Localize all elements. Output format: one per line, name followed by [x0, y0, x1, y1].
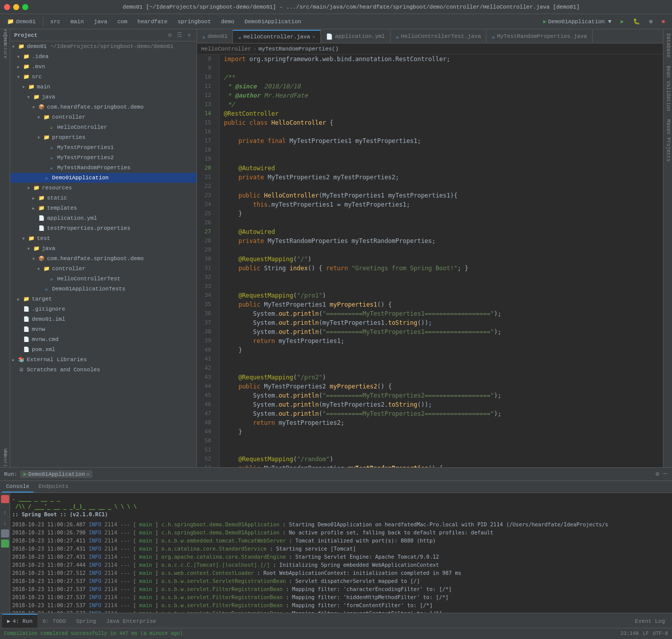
- collapse-tool-icon[interactable]: —: [662, 469, 668, 479]
- run-config-selector[interactable]: ▶ Demo01Application ▼: [540, 17, 614, 26]
- tree-item-idea[interactable]: ▼ 📁 .idea: [10, 52, 197, 62]
- minimize-button[interactable]: [13, 4, 19, 10]
- settings-icon[interactable]: ☰: [175, 31, 184, 39]
- toolbar-main[interactable]: main: [67, 18, 86, 26]
- scroll-up-icon[interactable]: ↑: [1, 509, 9, 517]
- tree-item-main[interactable]: ▼ 📁 main: [10, 82, 197, 92]
- toolbar-springboot[interactable]: springboot: [174, 18, 214, 26]
- tab-run[interactable]: ▶ 4: Run: [2, 614, 37, 628]
- folder-icon: 📁: [7, 18, 14, 25]
- tree-item-test-controller[interactable]: ▼ 📁 controller: [10, 264, 197, 274]
- tab-application-yml[interactable]: 📄 application.yml: [321, 30, 391, 43]
- tree-item-hellocontrollertest[interactable]: ☕ HelloControllerTest: [10, 274, 197, 284]
- tree-item-hellocontroller[interactable]: ☕ HelloController: [10, 122, 197, 132]
- right-sidebar-maven[interactable]: Maven Projects: [663, 115, 672, 166]
- code-line: public HelloController(MyTestProperties1…: [224, 191, 659, 200]
- tree-item-package[interactable]: ▼ 📦 com.heardfate.springboot.demo: [10, 102, 197, 112]
- sidebar-icon-favorites[interactable]: Favorites: [1, 458, 10, 467]
- console-output[interactable]: . ____ _ __ _ _ /\\ / ___'_ __ _ _(_)_ _…: [10, 493, 672, 613]
- tab-todo[interactable]: 6: TODO: [37, 614, 71, 628]
- tree-item-mvn[interactable]: ▶ 📁 .mvn: [10, 62, 197, 72]
- tree-item-target[interactable]: ▶ 📁 target: [10, 294, 197, 304]
- stop-button[interactable]: ■: [658, 18, 668, 26]
- code-line: System.out.println("==========MyTestProp…: [224, 309, 659, 318]
- tree-item-resources[interactable]: ▼ 📁 resources: [10, 183, 197, 193]
- tree-item-test[interactable]: ▼ 📁 test: [10, 233, 197, 243]
- encoding[interactable]: UTF-8: [653, 631, 668, 636]
- code-line: @RequestMapping("/random"): [224, 455, 659, 464]
- tree-item-mytestprops1[interactable]: ☕ MyTestProperties1: [10, 142, 197, 153]
- close-button[interactable]: [4, 4, 10, 10]
- code-editor[interactable]: 8 9 10 11 12 13 14 15 16 17 18 19 20 21 …: [197, 55, 663, 467]
- run-config-close[interactable]: ✕: [86, 471, 89, 477]
- tree-item-testprops[interactable]: 📄 testProperties.properties: [10, 223, 197, 233]
- tree-item-static[interactable]: ▶ 📁 static: [10, 193, 197, 203]
- code-content[interactable]: import org.springframework.web.bind.anno…: [220, 55, 663, 467]
- tree-item-mvnw[interactable]: 📄 mvnw: [10, 324, 197, 334]
- toolbar-com[interactable]: com: [114, 18, 130, 26]
- toolbar-heardfate[interactable]: heardfate: [134, 18, 170, 26]
- stop-console-button[interactable]: [1, 495, 9, 503]
- traffic-lights: [4, 4, 28, 10]
- tab-console[interactable]: Console: [2, 481, 33, 493]
- folder-icon: 📁: [22, 73, 30, 81]
- maximize-button[interactable]: [22, 4, 28, 10]
- tree-item-demo01tests[interactable]: ☕ Demo01ApplicationTests: [10, 284, 197, 294]
- tab-hellocontroller[interactable]: ☕ HelloController.java ✕: [233, 30, 321, 43]
- settings-tool-icon[interactable]: ⚙: [655, 469, 660, 479]
- toolbar-app[interactable]: Demo01Application: [242, 18, 304, 26]
- todo-tab-label: 6: TODO: [42, 618, 66, 624]
- tree-item-test-java[interactable]: ▼ 📁 java: [10, 243, 197, 254]
- run-config-badge[interactable]: ▶ Demo01Application ✕: [20, 470, 92, 478]
- tab-event-log[interactable]: Event Log: [630, 614, 670, 628]
- gear-icon[interactable]: ⚙: [167, 31, 173, 39]
- debug-button[interactable]: 🐛: [630, 17, 643, 26]
- tab-java-enterprise[interactable]: Java Enterprise: [101, 614, 161, 628]
- tree-item-java[interactable]: ▼ 📁 java: [10, 92, 197, 102]
- chevron-down-icon: ▼: [17, 75, 22, 79]
- run-button[interactable]: ▶: [617, 17, 627, 26]
- toolbar-java[interactable]: java: [91, 18, 110, 26]
- right-sidebar-bean-validation[interactable]: Bean Validation: [663, 62, 672, 115]
- tree-item-application-yml[interactable]: 📄 application.yml: [10, 213, 197, 223]
- scroll-down-icon[interactable]: ↓: [1, 519, 9, 527]
- clear-console-button[interactable]: [1, 529, 9, 537]
- tree-item-templates[interactable]: ▶ 📁 templates: [10, 203, 197, 213]
- tab-endpoints[interactable]: Endpoints: [34, 481, 72, 493]
- toolbar-demo[interactable]: demo: [218, 18, 237, 26]
- code-line: [224, 155, 659, 164]
- sidebar-icon-structure[interactable]: Structure: [1, 41, 10, 51]
- tree-item-external-libs[interactable]: ▶ 📚 External Libraries: [10, 355, 197, 365]
- tree-item-mytestrandprops[interactable]: ☕ MyTestRandomProperties: [10, 163, 197, 173]
- tree-item-iml[interactable]: 📄 demo01.iml: [10, 314, 197, 324]
- breadcrumb: HelloController › myTestRandomProperties…: [197, 43, 663, 55]
- code-line: [224, 245, 659, 255]
- toolbar-demo01[interactable]: 📁 demo01: [4, 17, 39, 26]
- tree-item-gitignore[interactable]: 📄 .gitignore: [10, 304, 197, 314]
- tree-item-scratches[interactable]: 🖥 Scratches and Consoles: [10, 365, 197, 375]
- tab-icon: ☕: [396, 33, 399, 40]
- tree-item-mytestprops2[interactable]: ☕ MyTestProperties2: [10, 153, 197, 163]
- close-panel-icon[interactable]: ✕: [186, 31, 193, 39]
- run-tools: ⚙ —: [655, 469, 668, 479]
- tab-close-icon[interactable]: ✕: [312, 34, 315, 40]
- settings-icon[interactable]: ⚙: [646, 17, 656, 26]
- tree-item-controller-folder[interactable]: ▼ 📁 controller: [10, 112, 197, 122]
- tree-item-properties-folder[interactable]: ▼ 📁 properties: [10, 132, 197, 142]
- right-sidebar-database[interactable]: Database: [663, 29, 672, 62]
- run-icon: ▶: [543, 18, 547, 25]
- tab-demo01[interactable]: ☕ demo01: [197, 30, 233, 43]
- tree-item-pomxml[interactable]: 📄 pom.xml: [10, 345, 197, 355]
- toolbar-src[interactable]: src: [47, 18, 64, 26]
- tab-spring[interactable]: Spring: [71, 614, 101, 628]
- tree-item-mvnwcmd[interactable]: 📄 mvnw.cmd: [10, 334, 197, 345]
- tab-hellocontrollertest[interactable]: ☕ HelloControllerTest.java: [391, 30, 487, 43]
- tree-item-demo01[interactable]: ▼ 📁 demo01 ~/IdeaProjects/springboot-dem…: [10, 41, 197, 52]
- tree-item-demo01app[interactable]: ☕ Demo01Application: [10, 173, 197, 183]
- tab-mytestrandprops[interactable]: ☕ MyTestRandomProperties.java: [487, 30, 593, 43]
- editor-tab-bar: ☕ demo01 ☕ HelloController.java ✕ 📄 appl…: [197, 29, 663, 43]
- tree-item-test-package[interactable]: ▼ 📦 com.heardfate.springboot.demo: [10, 254, 197, 264]
- tree-item-src[interactable]: ▼ 📁 src: [10, 72, 197, 82]
- rerun-button[interactable]: [1, 539, 9, 548]
- code-line: [224, 446, 659, 455]
